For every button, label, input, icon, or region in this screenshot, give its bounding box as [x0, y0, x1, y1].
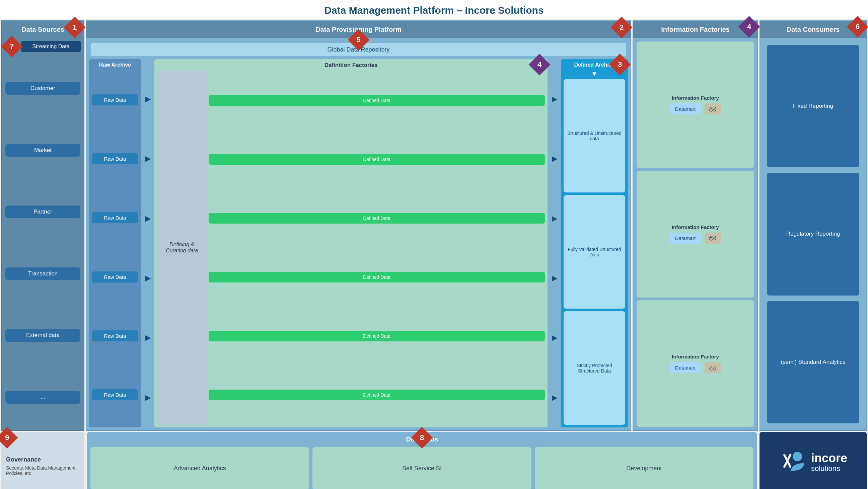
datamart-2: Datamart: [670, 233, 701, 244]
badge-5: 5: [352, 33, 366, 47]
source-item-ellipsis: ...: [5, 391, 81, 404]
def-factories-inner: Defining & Curating data Defined Data De…: [157, 71, 545, 425]
source-item-market: Market: [5, 144, 81, 157]
data-lab-dev: Development: [535, 447, 753, 489]
incore-name: incore: [811, 452, 847, 464]
source-item-customer: Customer: [5, 82, 81, 95]
badge-2: 2: [614, 20, 629, 35]
raw-data-4: Raw Data: [92, 271, 138, 283]
arrows-raw-def: ▶ ▶ ▶ ▶ ▶ ▶: [144, 59, 152, 427]
main-layout: 1 Data Sources 7 Streaming Data Customer…: [0, 19, 868, 431]
defined-archive-col: 3 Defined Archive ▼ Structured & Unstruc…: [561, 59, 628, 427]
def-factories-title: Definition Factories: [157, 62, 545, 69]
info-factory-1-row: Datamart f(x): [670, 103, 721, 115]
defined-data-4: Defined Data: [209, 272, 545, 283]
data-consumers-section: 6 Data Consumers Fixed Reporting Regulat…: [760, 21, 867, 431]
defined-data-6: Defined Data: [209, 390, 545, 400]
info-factory-2-row: Datamart f(x): [670, 233, 721, 244]
streaming-row: 7 Streaming Data: [5, 39, 81, 54]
incore-solutions-text: solutions: [811, 464, 847, 473]
raw-data-5: Raw Data: [92, 330, 138, 341]
defined-data-5: Defined Data: [209, 331, 545, 341]
badge-1: 1: [67, 20, 82, 35]
info-factory-3: Information Factory Datamart f(x): [637, 300, 754, 427]
raw-data-6: Raw Data: [92, 389, 138, 400]
incore-person-icon: [779, 449, 806, 476]
badge-9: 9: [0, 431, 14, 445]
defined-data-1: Defined Data: [209, 95, 545, 106]
defining-curating-box: Defining & Curating data: [157, 71, 207, 425]
badge-4-info: 4: [742, 20, 756, 34]
info-factory-1-title: Information Factory: [672, 95, 719, 101]
source-item-external: External data: [5, 329, 81, 342]
governance-section: 9 Governance Security, Meta Data Managem…: [1, 432, 84, 489]
provisioning-section: 2 Data Provisioning Platform 5 Global Da…: [86, 21, 631, 431]
source-items: Customer Market Partner Transaction Exte…: [2, 56, 84, 430]
bottom-section: 9 Governance Security, Meta Data Managem…: [0, 431, 868, 489]
badge-4-def: 4: [533, 58, 546, 71]
defined-archive-items: Structured & Unstructured data Fully Val…: [564, 79, 625, 425]
consumer-item-fixed: Fixed Reporting: [767, 45, 859, 167]
consumer-item-regulatory: Regulatory Reporting: [767, 173, 859, 295]
data-lab-bi: Self Service BI: [312, 447, 531, 489]
defined-data-2: Defined Data: [209, 154, 545, 165]
fx-2: f(x): [705, 233, 721, 244]
defined-archive-item-3: Strictly Protected Structured Data: [564, 311, 625, 425]
incore-logo-block: incore solutions: [760, 432, 867, 489]
data-lab-advanced: Advanced Analytics: [90, 447, 309, 489]
raw-data-3: Raw Data: [92, 212, 138, 223]
raw-data-2: Raw Data: [92, 153, 138, 164]
arrows-def-archive: ▶ ▶ ▶ ▶ ▶ ▶: [550, 59, 558, 427]
main-title: Data Management Platform – Incore Soluti…: [0, 0, 868, 19]
defined-archive-item-1: Structured & Unstructured data: [564, 79, 625, 192]
info-factories-inner: Information Factory Datamart f(x) Inform…: [633, 38, 757, 430]
info-factory-3-row: Datamart f(x): [670, 362, 721, 373]
badge-7: 7: [5, 39, 19, 54]
info-factory-3-title: Information Factory: [672, 354, 719, 359]
svg-point-0: [793, 452, 802, 461]
data-sources-section: 1 Data Sources 7 Streaming Data Customer…: [1, 21, 84, 431]
badge-8: 8: [415, 431, 429, 445]
info-factories-section: 4 Information Factories Information Fact…: [632, 21, 758, 431]
raw-data-items: Raw Data Raw Data Raw Data Raw Data Raw …: [92, 70, 138, 425]
source-item-partner: Partner: [5, 205, 81, 218]
info-factory-2-title: Information Factory: [672, 224, 719, 230]
streaming-item: Streaming Data: [21, 41, 81, 52]
prov-columns: Raw Archive Raw Data Raw Data Raw Data R…: [86, 59, 630, 430]
raw-archive-col: Raw Archive Raw Data Raw Data Raw Data R…: [89, 59, 141, 427]
raw-data-1: Raw Data: [92, 94, 138, 105]
data-labs-boxes: Advanced Analytics Self Service BI Devel…: [90, 447, 753, 489]
raw-archive-title: Raw Archive: [92, 62, 138, 68]
datamart-3: Datamart: [670, 362, 701, 373]
data-labs-outer: 8 Data Labs Advanced Analytics Self Serv…: [87, 432, 757, 489]
fx-3: f(x): [705, 362, 721, 373]
consumer-item-analytics: (semi) Standard Analytics: [767, 301, 859, 423]
defined-data-col: Defined Data Defined Data Defined Data D…: [209, 71, 545, 425]
info-factory-1: Information Factory Datamart f(x): [637, 41, 754, 168]
fx-1: f(x): [705, 103, 721, 115]
defined-archive-item-2: Fully Validated Structured Data: [564, 195, 625, 308]
datamart-1: Datamart: [670, 103, 701, 115]
info-factory-2: Information Factory Datamart f(x): [637, 171, 754, 297]
defined-data-3: Defined Data: [209, 213, 545, 224]
incore-text: incore solutions: [811, 452, 847, 473]
info-factories-header: Information Factories: [633, 21, 757, 38]
badge-6: 6: [850, 20, 865, 34]
consumers-inner: Fixed Reporting Regulatory Reporting (se…: [760, 38, 866, 430]
governance-title: Governance: [6, 456, 80, 463]
provisioning-header: Data Provisioning Platform 5: [86, 21, 630, 38]
source-item-transaction: Transaction: [5, 267, 81, 280]
badge-3: 3: [613, 58, 626, 71]
def-factories-col: 4 Definition Factories Defining & Curati…: [154, 59, 548, 427]
governance-desc: Security, Meta Data Management, Policies…: [6, 465, 80, 476]
